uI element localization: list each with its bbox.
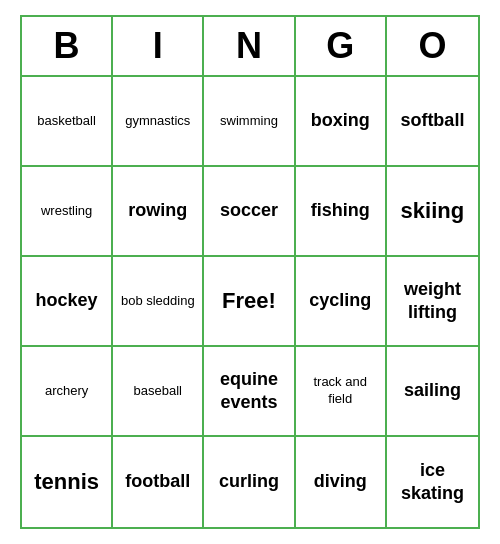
bingo-cell: ice skating (387, 437, 478, 527)
bingo-cell: equine events (204, 347, 295, 437)
bingo-cell: diving (296, 437, 387, 527)
bingo-cell: wrestling (22, 167, 113, 257)
bingo-cell: football (113, 437, 204, 527)
bingo-cell: track and field (296, 347, 387, 437)
bingo-cell: hockey (22, 257, 113, 347)
header-letter: N (204, 17, 295, 75)
bingo-cell: swimming (204, 77, 295, 167)
header-letter: I (113, 17, 204, 75)
bingo-cell: skiing (387, 167, 478, 257)
bingo-cell: baseball (113, 347, 204, 437)
header-letter: O (387, 17, 478, 75)
bingo-grid: basketballgymnasticsswimmingboxingsoftba… (22, 77, 478, 527)
bingo-cell: basketball (22, 77, 113, 167)
bingo-cell: bob sledding (113, 257, 204, 347)
bingo-header: BINGO (22, 17, 478, 77)
header-letter: B (22, 17, 113, 75)
bingo-cell: cycling (296, 257, 387, 347)
bingo-cell: tennis (22, 437, 113, 527)
bingo-cell: rowing (113, 167, 204, 257)
bingo-cell: gymnastics (113, 77, 204, 167)
bingo-cell: boxing (296, 77, 387, 167)
bingo-cell: softball (387, 77, 478, 167)
bingo-cell: soccer (204, 167, 295, 257)
bingo-cell: archery (22, 347, 113, 437)
bingo-cell: Free! (204, 257, 295, 347)
bingo-cell: curling (204, 437, 295, 527)
bingo-cell: sailing (387, 347, 478, 437)
header-letter: G (296, 17, 387, 75)
bingo-card: BINGO basketballgymnasticsswimmingboxing… (20, 15, 480, 529)
bingo-cell: weight lifting (387, 257, 478, 347)
bingo-cell: fishing (296, 167, 387, 257)
